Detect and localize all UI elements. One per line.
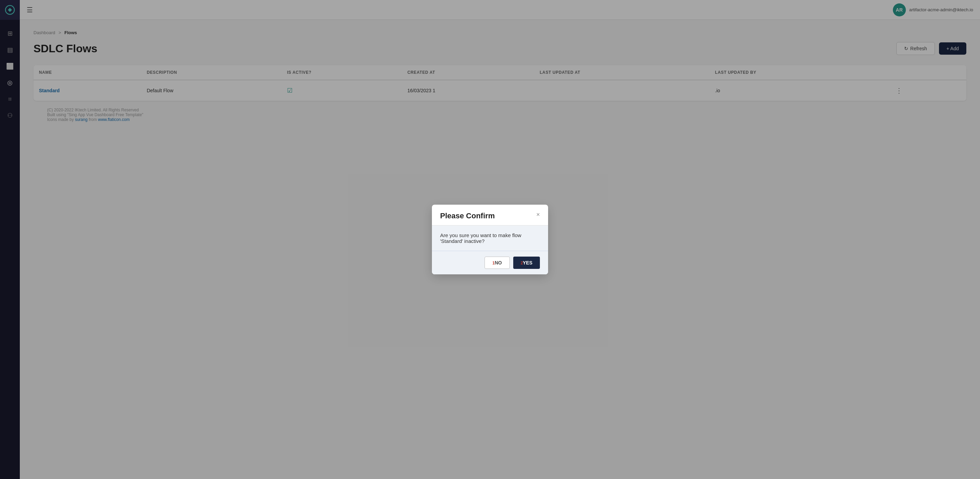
modal-close-button[interactable]: ×	[536, 212, 540, 218]
modal-header: × Please Confirm	[432, 205, 548, 226]
yes-label: YES	[523, 260, 532, 266]
modal-title: Please Confirm	[440, 212, 540, 220]
app-wrapper: ⊞ ▤ ⬜ ◎ ⌗ ⚇ ☰ AR artifactor-acme-admin@i…	[0, 0, 980, 479]
modal-yes-button[interactable]: 2 YES	[513, 256, 540, 269]
no-label: NO	[495, 260, 502, 266]
modal-footer: 1 NO 2 YES	[432, 251, 548, 274]
confirm-modal: × Please Confirm Are you sure you want t…	[432, 205, 548, 274]
modal-no-button[interactable]: 1 NO	[485, 256, 510, 269]
modal-body: Are you sure you want to make flow 'Stan…	[432, 226, 548, 251]
main-area: ☰ AR artifactor-acme-admin@iktech.io Das…	[20, 0, 980, 479]
modal-overlay[interactable]: × Please Confirm Are you sure you want t…	[0, 0, 980, 479]
